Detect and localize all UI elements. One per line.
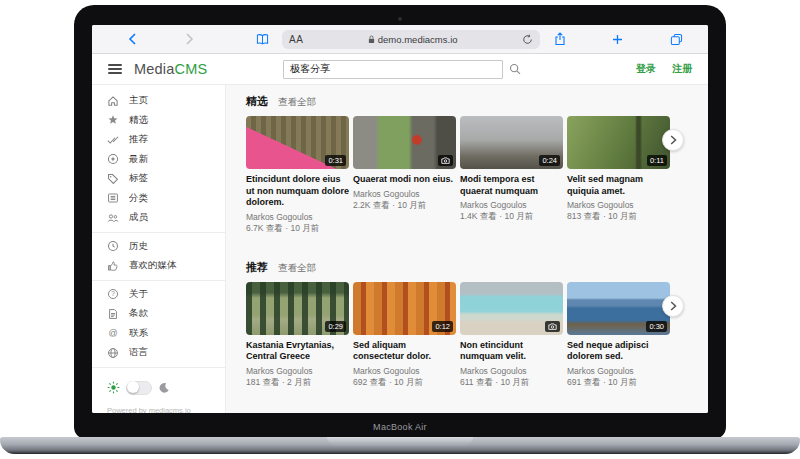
search-input[interactable]: [283, 60, 503, 79]
camera-icon: [548, 323, 557, 330]
view-all-link[interactable]: 查看全部: [278, 262, 316, 275]
sidebar-label: 分类: [129, 192, 148, 205]
sidebar-item-home[interactable]: 主页: [92, 91, 225, 111]
card-author: Markos Gogoulos: [246, 212, 349, 222]
browser-back-button[interactable]: [128, 33, 137, 45]
plus-icon: [612, 34, 623, 45]
media-card[interactable]: 0:24 Modi tempora est quaerat numquam Ma…: [460, 116, 563, 235]
double-check-icon: [107, 134, 119, 146]
logo-cms: CMS: [175, 61, 208, 77]
video-thumbnail: 0:30: [567, 282, 670, 335]
sidebar-divider: [92, 232, 225, 233]
sidebar-label: 精选: [129, 114, 148, 127]
sidebar-label: 推荐: [129, 133, 148, 146]
reload-button[interactable]: [522, 34, 533, 45]
login-link[interactable]: 登录: [636, 62, 656, 76]
list-box-icon: [107, 192, 119, 204]
duration-badge: 0:29: [325, 321, 346, 332]
card-stats: 181 查看 · 2 月前: [246, 377, 349, 389]
chevron-right-icon: [670, 135, 677, 145]
svg-text:?: ?: [111, 291, 115, 298]
sidebar-item-contact[interactable]: @ 联系: [92, 324, 225, 344]
carousel-next-button[interactable]: [662, 129, 684, 151]
section-recommended: 推荐 查看全部 0:29 Kastania Evrytanias, Centra…: [246, 260, 708, 389]
card-stats: 691 查看 · 10 月前: [567, 377, 670, 389]
card-title: Non etincidunt numquam velit.: [460, 340, 563, 363]
text-size-button[interactable]: AA: [289, 34, 303, 45]
carousel-next-button[interactable]: [662, 295, 684, 317]
sidebar-item-categories[interactable]: 分类: [92, 189, 225, 209]
reload-icon: [522, 34, 533, 45]
section-featured: 精选 查看全部 0:31 Etincidunt dolore eius ut n…: [246, 94, 708, 235]
card-title: Velit sed magnam quiquia amet.: [567, 174, 670, 197]
sidebar-label: 关于: [129, 288, 148, 301]
sidebar-divider: [92, 280, 225, 281]
video-thumbnail: [353, 116, 456, 169]
screen: AA demo.mediacms.io: [92, 25, 708, 413]
duration-badge: 0:31: [325, 155, 346, 166]
duration-badge: 0:12: [432, 321, 453, 332]
lock-icon: [368, 35, 375, 44]
new-tab-button[interactable]: [612, 34, 623, 45]
register-link[interactable]: 注册: [672, 62, 692, 76]
reading-list-button[interactable]: [256, 33, 269, 45]
page-body: 主页 精选 推荐 最新: [92, 85, 708, 413]
tabs-overview-button[interactable]: [670, 33, 683, 46]
card-author: Markos Gogoulos: [567, 366, 670, 376]
sidebar-item-liked-media[interactable]: 喜欢的媒体: [92, 256, 225, 276]
card-author: Markos Gogoulos: [353, 366, 456, 376]
share-icon: [554, 32, 566, 46]
media-card[interactable]: Quaerat modi non eius. Markos Gogoulos 2…: [353, 116, 456, 235]
chevron-right-icon: [670, 301, 677, 311]
search-button[interactable]: [509, 63, 521, 75]
url-display: demo.mediacms.io: [303, 34, 522, 45]
card-stats: 6.7K 查看 · 10 月前: [246, 223, 349, 235]
moon-icon: [158, 382, 170, 394]
chevron-left-icon: [128, 33, 137, 45]
card-title: Etincidunt dolore eius ut non numquam do…: [246, 174, 349, 209]
document-icon: [107, 308, 119, 320]
sidebar-label: 历史: [129, 240, 148, 253]
address-bar[interactable]: AA demo.mediacms.io: [282, 30, 540, 49]
card-title: Modi tempora est quaerat numquam: [460, 174, 563, 197]
sidebar-item-about[interactable]: ? 关于: [92, 285, 225, 305]
people-icon: [107, 212, 119, 224]
share-button[interactable]: [554, 32, 566, 46]
sidebar-label: 条款: [129, 307, 148, 320]
card-stats: 813 查看 · 10 月前: [567, 211, 670, 223]
card-title: Quaerat modi non eius.: [353, 174, 456, 186]
sidebar-divider: [92, 367, 225, 368]
sidebar-item-recommended[interactable]: 推荐: [92, 130, 225, 150]
media-card[interactable]: 0:12 Sed aliquam consectetur dolor. Mark…: [353, 282, 456, 389]
sidebar-item-terms[interactable]: 条款: [92, 304, 225, 324]
tabs-icon: [670, 33, 683, 46]
sidebar: 主页 精选 推荐 最新: [92, 85, 226, 413]
media-card[interactable]: Non etincidunt numquam velit. Markos Gog…: [460, 282, 563, 389]
site-header: MediaCMS 登录 注册: [92, 54, 708, 85]
view-all-link[interactable]: 查看全部: [278, 96, 316, 109]
media-card[interactable]: 0:30 Sed neque adipisci dolorem sed. Mar…: [567, 282, 670, 389]
menu-button[interactable]: [108, 64, 122, 74]
sidebar-item-tags[interactable]: 标签: [92, 169, 225, 189]
site-logo[interactable]: MediaCMS: [134, 61, 207, 77]
search-area: [283, 60, 521, 79]
toggle-knob: [127, 381, 139, 393]
search-icon: [509, 63, 521, 75]
sidebar-item-history[interactable]: 历史: [92, 237, 225, 257]
video-thumbnail: 0:24: [460, 116, 563, 169]
sidebar-item-featured[interactable]: 精选: [92, 111, 225, 131]
thumbs-up-icon: [107, 260, 119, 272]
card-author: Markos Gogoulos: [460, 200, 563, 210]
theme-toggle[interactable]: [126, 381, 152, 395]
media-card[interactable]: 0:29 Kastania Evrytanias, Central Greece…: [246, 282, 349, 389]
open-book-icon: [256, 33, 269, 45]
sidebar-item-members[interactable]: 成员: [92, 208, 225, 228]
video-thumbnail: 0:31: [246, 116, 349, 169]
media-card[interactable]: 0:31 Etincidunt dolore eius ut non numqu…: [246, 116, 349, 235]
sidebar-item-latest[interactable]: 最新: [92, 150, 225, 170]
device-label: MacBook Air: [74, 422, 726, 432]
media-card[interactable]: 0:11 Velit sed magnam quiquia amet. Mark…: [567, 116, 670, 235]
browser-forward-button[interactable]: [185, 33, 194, 45]
sidebar-item-language[interactable]: 语言: [92, 343, 225, 363]
sidebar-label: 成员: [129, 211, 148, 224]
